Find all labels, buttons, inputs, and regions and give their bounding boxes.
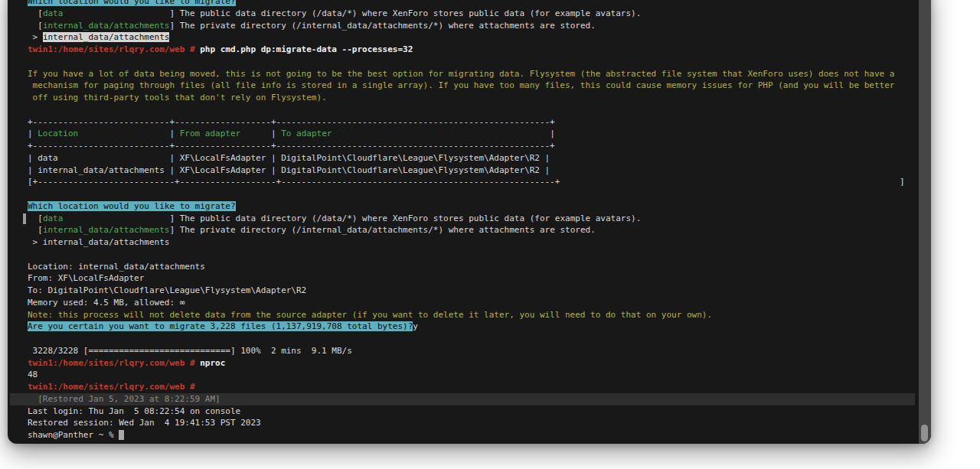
terminal-text-segment: ] The public data directory (/data/*) wh… [63, 213, 641, 223]
terminal-line: mechanism for paging through files (all … [28, 80, 913, 92]
terminal-text-segment: | [78, 129, 179, 138]
terminal-text-segment: +---------------------------+-----------… [28, 117, 555, 127]
terminal-text-segment: 3228/3228 [============================]… [28, 346, 352, 356]
terminal-line: Location: internal_data/attachments [28, 261, 913, 273]
terminal-text-segment: Location [38, 129, 78, 138]
terminal-text-segment: mechanism for paging through files (all … [28, 80, 894, 90]
terminal-line [28, 333, 913, 345]
terminal-text-segment: | internal_data/attachments | XF\LocalFs… [28, 165, 550, 175]
terminal-line: twin1:/home/sites/rlqry.com/web # nproc [28, 357, 913, 370]
terminal-text-segment: internal_data/attachments [43, 32, 170, 42]
terminal-line: Memory used: 4.5 MB, allowed: ∞ [28, 297, 913, 309]
terminal-line: Restored session: Wed Jan 4 19:41:53 PST… [28, 417, 913, 429]
terminal-line: [internal_data/attachments] The private … [28, 224, 913, 236]
terminal-text-segment: | [332, 129, 554, 138]
terminal-text-segment: Memory used: 4.5 MB, allowed: ∞ [28, 298, 185, 308]
terminal-text-segment: From: XF\LocalFsAdapter [28, 273, 144, 283]
terminal-line: +---------------------------+-----------… [28, 116, 913, 129]
terminal-text-segment: ] The private directory (/internal_data/… [169, 21, 595, 31]
terminal-line: Which location would you like to migrate… [28, 0, 913, 8]
terminal-line: Last login: Thu Jan 5 08:22:54 on consol… [28, 405, 913, 418]
terminal-text-segment: Note: this process will not delete data … [28, 310, 712, 320]
terminal-line: [data ] The public data directory (/data… [28, 213, 913, 225]
terminal-text-segment: Which location would you like to migrate… [28, 201, 236, 211]
terminal-text-segment: Which location would you like to migrate… [28, 0, 236, 6]
terminal-text-segment: [ [28, 213, 43, 223]
terminal-text-segment: [ [28, 225, 43, 235]
terminal-line [28, 104, 913, 116]
terminal-line: shawn@Panther ~ % [28, 429, 913, 441]
terminal-line [28, 249, 913, 261]
terminal-text-segment: ] The private directory (/internal_data/… [169, 225, 595, 235]
terminal-text-segment: data [43, 213, 64, 223]
terminal-content[interactable]: Which location would you like to migrate… [28, 0, 913, 441]
terminal-text-segment: internal_data/attachments [43, 21, 170, 31]
terminal-line: 3228/3228 [============================]… [28, 345, 913, 357]
scrollbar-track[interactable] [919, 0, 931, 444]
terminal-text-segment: | [28, 129, 38, 138]
terminal-line: [internal_data/attachments] The private … [28, 20, 913, 32]
terminal-text-segment: Last login: Thu Jan 5 08:22:54 on consol… [28, 406, 240, 416]
terminal-line: | data | XF\LocalFsAdapter | DigitalPoin… [28, 152, 913, 164]
terminal-text-segment: Restored session: Wed Jan 4 19:41:53 PST… [28, 418, 261, 428]
terminal-line: twin1:/home/sites/rlqry.com/web # php cm… [28, 44, 913, 56]
terminal-text-segment: If you have a lot of data being moved, t… [28, 69, 894, 79]
terminal-text-segment: > [28, 32, 43, 42]
terminal-text-segment: twin1:/home/sites/rlqry.com/web # [28, 44, 195, 54]
text-cursor [119, 430, 124, 440]
terminal-text-segment: off using third-party tools that don't r… [28, 93, 327, 103]
terminal-text-segment: [+---------------------------+----------… [28, 177, 905, 187]
terminal-text-segment: twin1:/home/sites/rlqry.com/web # [28, 358, 195, 368]
terminal-text-segment: To: DigitalPoint\Cloudflare\League\Flysy… [28, 285, 306, 295]
terminal-text-segment: shawn@Panther ~ % [28, 430, 119, 440]
terminal-line: | internal_data/attachments | XF\LocalFs… [28, 164, 913, 177]
terminal-text-segment: data [43, 8, 64, 18]
terminal-text-segment: To adapter [281, 129, 332, 138]
terminal-line: > internal_data/attachments [28, 31, 913, 44]
terminal-text-segment: nproc [200, 358, 225, 368]
terminal-line: Note: this process will not delete data … [28, 309, 913, 321]
terminal-text-segment: [ [28, 21, 43, 31]
terminal-text-segment: twin1:/home/sites/rlqry.com/web # [28, 382, 195, 392]
terminal-line [28, 188, 913, 200]
terminal-line: > internal_data/attachments [28, 236, 913, 249]
terminal-text-segment [195, 382, 201, 392]
terminal-text-segment: | data | XF\LocalFsAdapter | DigitalPoin… [28, 153, 550, 163]
scrollbar-thumb[interactable] [921, 425, 928, 441]
terminal-text-segment: Location: internal_data/attachments [28, 262, 205, 272]
terminal-line: From: XF\LocalFsAdapter [28, 272, 913, 285]
terminal-line: 48 [28, 369, 913, 381]
terminal-text-segment: | [240, 129, 281, 138]
terminal-text-segment: > internal_data/attachments [28, 237, 169, 247]
terminal-text-segment: internal_data/attachments [43, 225, 170, 235]
terminal-line [28, 56, 913, 68]
terminal-line: +---------------------------+-----------… [28, 140, 913, 152]
terminal-line: | Location | From adapter | To adapter | [28, 128, 913, 140]
terminal-line: [+---------------------------+----------… [28, 176, 913, 188]
terminal-window: Which location would you like to migrate… [8, 0, 931, 444]
terminal-line: off using third-party tools that don't r… [28, 92, 913, 104]
terminal-line: [Restored Jan 5, 2023 at 8:22:59 AM] [10, 393, 915, 405]
terminal-text-segment: ] The public data directory (/data/*) wh… [63, 8, 641, 18]
terminal-text-segment: Are you certain you want to migrate 3,22… [28, 321, 413, 331]
terminal-line: twin1:/home/sites/rlqry.com/web # [28, 381, 913, 393]
terminal-line: If you have a lot of data being moved, t… [28, 68, 913, 80]
terminal-text-segment: [Restored Jan 5, 2023 at 8:22:59 AM] [28, 394, 220, 404]
terminal-line: [data ] The public data directory (/data… [28, 8, 913, 20]
terminal-text-segment: php cmd.php dp:migrate-data --processes=… [200, 44, 413, 54]
terminal-text-segment: y [413, 321, 418, 331]
terminal-text-segment: [ [28, 8, 43, 18]
terminal-text-segment: 48 [28, 370, 38, 379]
terminal-line: To: DigitalPoint\Cloudflare\League\Flysy… [28, 285, 913, 297]
terminal-text-segment: From adapter [180, 129, 240, 138]
terminal-text-segment: +---------------------------+-----------… [28, 141, 555, 151]
terminal-line: Which location would you like to migrate… [28, 200, 913, 213]
terminal-line: Are you certain you want to migrate 3,22… [28, 321, 913, 333]
